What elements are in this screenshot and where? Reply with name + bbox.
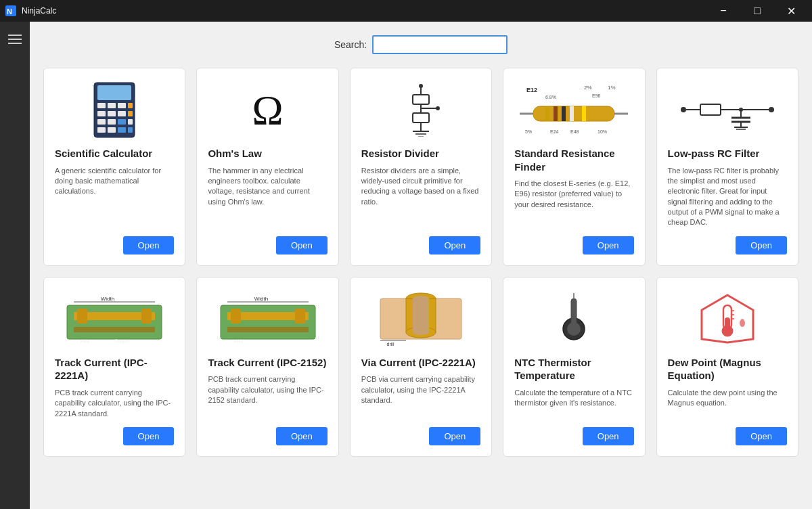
card-standard-resistance-finder: E12 2% 1%: [503, 68, 645, 266]
svg-rect-5: [108, 103, 116, 108]
open-button-0[interactable]: Open: [123, 236, 175, 255]
open-button-5[interactable]: Open: [123, 427, 175, 445]
close-button[interactable]: ✕: [775, 0, 807, 22]
card-title-0: Scientific Calculator: [55, 147, 152, 160]
card-title-3: Standard Resistance Finder: [514, 147, 633, 173]
hamburger-line-2: [8, 39, 22, 40]
svg-text:E12: E12: [526, 87, 537, 93]
card-ohms-law: Ω Ohm's Law The hammer in any electrical…: [196, 68, 338, 266]
card-image-ohms-law: Ω: [208, 79, 327, 140]
svg-point-30: [419, 84, 423, 88]
open-button-9[interactable]: Open: [736, 427, 787, 445]
search-bar: Search:: [43, 35, 798, 54]
open-button-2[interactable]: Open: [429, 236, 480, 255]
app-body: Search: 314: [0, 22, 812, 509]
svg-rect-39: [582, 106, 586, 121]
svg-text:FR4: FR4: [234, 339, 243, 344]
svg-text:FR4: FR4: [81, 339, 89, 344]
svg-rect-4: [97, 103, 106, 108]
svg-rect-72: [231, 309, 241, 324]
maximize-button[interactable]: □: [742, 0, 773, 22]
svg-text:6.8%: 6.8%: [545, 95, 556, 99]
card-title-1: Ohm's Law: [208, 147, 261, 160]
svg-point-94: [722, 326, 733, 336]
svg-rect-19: [128, 127, 133, 133]
svg-rect-17: [128, 111, 133, 116]
svg-rect-65: [74, 327, 155, 332]
cards-grid: 314: [43, 68, 798, 457]
card-desc-6: PCB track current carrying capability ca…: [208, 374, 327, 419]
card-desc-8: Calculate the temperature of a NTC therm…: [514, 388, 633, 419]
card-desc-7: PCB via current carrying capability calc…: [361, 374, 480, 419]
minimize-button[interactable]: −: [708, 0, 739, 22]
card-ntc-thermistor: NTC Thermistor Temperature Calculate the…: [503, 277, 645, 457]
card-resistor-divider: Resistor Divider Resistor dividers are a…: [350, 68, 492, 266]
open-button-7[interactable]: Open: [429, 427, 480, 445]
svg-text:N: N: [7, 7, 12, 16]
card-title-5: Track Current (IPC-2221A): [55, 356, 174, 382]
svg-text:Width: Width: [101, 296, 114, 302]
via-current-icon: drill: [377, 292, 465, 346]
window-controls: − □ ✕: [708, 0, 807, 22]
svg-text:Copper: Copper: [114, 338, 131, 344]
svg-text:drill: drill: [387, 342, 394, 346]
card-dew-point: Dew Point (Magnus Equation) Calculate th…: [656, 277, 798, 457]
thermistor-icon: [547, 292, 601, 346]
card-title-9: Dew Point (Magnus Equation): [668, 356, 787, 382]
svg-text:2%: 2%: [584, 85, 592, 91]
svg-rect-3: [97, 85, 131, 100]
open-button-4[interactable]: Open: [736, 236, 787, 255]
card-desc-2: Resistor dividers are a simple, widely-u…: [361, 166, 480, 228]
svg-rect-9: [118, 111, 126, 116]
track-current-2-icon: Width FR4: [214, 292, 322, 346]
search-label: Search:: [334, 39, 367, 50]
svg-text:Width: Width: [254, 296, 267, 302]
app-title: NinjaCalc: [22, 6, 56, 16]
svg-text:E48: E48: [570, 129, 579, 134]
card-image-rc-filter: [668, 79, 787, 140]
card-image-resistor-divider: [361, 79, 480, 140]
open-button-8[interactable]: Open: [583, 427, 634, 445]
svg-point-24: [436, 106, 440, 110]
card-title-6: Track Current (IPC-2152): [208, 356, 326, 370]
svg-point-52: [769, 107, 774, 112]
card-low-pass-rc-filter: Low-pass RC Filter The low-pass RC filte…: [656, 68, 798, 266]
svg-rect-6: [118, 103, 126, 108]
title-bar-left: N NinjaCalc: [5, 5, 56, 16]
card-desc-0: A generic scientific calculator for doin…: [55, 166, 174, 228]
svg-rect-74: [227, 327, 309, 332]
svg-point-84: [413, 330, 429, 335]
hamburger-line-1: [8, 35, 22, 36]
calc-icon: 314: [91, 81, 138, 139]
svg-rect-12: [118, 119, 126, 125]
svg-rect-50: [700, 104, 721, 115]
svg-rect-21: [413, 95, 429, 104]
card-desc-1: The hammer in any electrical engineers t…: [208, 166, 327, 228]
open-button-3[interactable]: Open: [583, 236, 634, 255]
card-title-7: Via Current (IPC-2221A): [361, 356, 476, 370]
hamburger-button[interactable]: [3, 27, 27, 51]
hamburger-line-3: [8, 43, 22, 44]
card-via-current: drill Via Current (IPC-2221A) PCB via cu…: [350, 277, 492, 457]
card-image-scientific-calculator: 314: [55, 79, 174, 140]
svg-text:E96: E96: [592, 93, 601, 98]
omega-icon: Ω: [252, 86, 284, 134]
card-track-current-ipc2221a: Width FR4 Copper Track Current (IPC-2221…: [43, 277, 185, 457]
svg-point-90: [567, 322, 581, 336]
svg-point-48: [681, 107, 686, 112]
card-image-via-current: drill: [361, 288, 480, 349]
resistor-divider-icon: [387, 83, 455, 137]
card-desc-9: Calculate the dew point using the Magnus…: [668, 388, 787, 419]
svg-rect-36: [554, 106, 558, 121]
card-desc-3: Find the closest E-series (e.g. E12, E96…: [514, 179, 633, 228]
main-content: Search: 314: [30, 22, 812, 509]
svg-rect-11: [108, 119, 116, 125]
svg-text:10%: 10%: [597, 129, 607, 134]
svg-rect-37: [562, 106, 566, 121]
search-input[interactable]: [372, 35, 508, 54]
sidebar: [0, 22, 30, 509]
svg-text:1%: 1%: [608, 85, 616, 91]
open-button-6[interactable]: Open: [276, 427, 328, 445]
svg-rect-35: [545, 106, 549, 121]
open-button-1[interactable]: Open: [276, 236, 328, 255]
